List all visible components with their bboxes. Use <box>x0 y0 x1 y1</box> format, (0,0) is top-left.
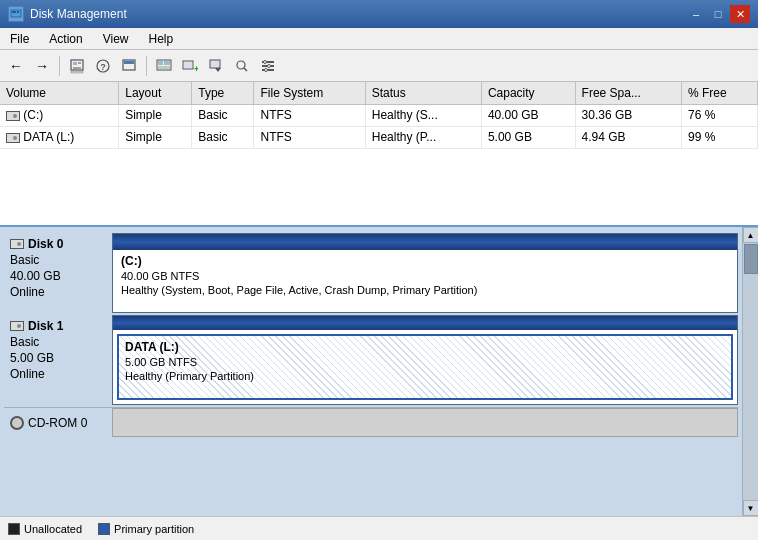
disk0-body: (C:) 40.00 GB NTFS Healthy (System, Boot… <box>113 250 737 312</box>
properties-button[interactable] <box>65 54 89 78</box>
legend-primary: Primary partition <box>98 523 194 535</box>
minimize-view-button[interactable] <box>117 54 141 78</box>
svg-rect-4 <box>73 62 77 65</box>
col-capacity: Capacity <box>481 82 575 104</box>
scroll-track[interactable] <box>743 243 758 500</box>
cdrom0-row: CD-ROM 0 <box>4 407 738 437</box>
capacity-c: 40.00 GB <box>481 104 575 126</box>
col-status: Status <box>365 82 481 104</box>
new-volume-button[interactable]: + <box>178 54 202 78</box>
svg-rect-15 <box>158 66 170 69</box>
capacity-l: 5.00 GB <box>481 126 575 148</box>
disk0-size: 40.00 GB <box>10 269 106 283</box>
refresh-button[interactable] <box>152 54 176 78</box>
toolbar: ← → ? + <box>0 50 758 82</box>
layout-l: Simple <box>119 126 192 148</box>
disk1-name: Disk 1 <box>10 319 106 333</box>
disk1-content[interactable]: DATA (L:) 5.00 GB NTFS Healthy (Primary … <box>112 315 738 405</box>
forward-button[interactable]: → <box>30 54 54 78</box>
title-bar-left: Disk Management <box>8 6 127 22</box>
status-bar: Unallocated Primary partition <box>0 516 758 540</box>
unallocated-label: Unallocated <box>24 523 82 535</box>
unallocated-box <box>8 523 20 535</box>
hdd-icon <box>6 111 20 121</box>
svg-point-26 <box>264 60 267 63</box>
disk1-partition-size: 5.00 GB NTFS <box>125 356 725 368</box>
scroll-down-arrow[interactable]: ▼ <box>743 500 759 516</box>
close-button[interactable]: ✕ <box>730 5 750 23</box>
scroll-thumb[interactable] <box>744 244 758 274</box>
table-row[interactable]: DATA (L:) Simple Basic NTFS Healthy (P..… <box>0 126 758 148</box>
help-button[interactable]: ? <box>91 54 115 78</box>
cdrom-icon <box>10 416 24 430</box>
svg-rect-2 <box>17 11 19 13</box>
disk0-partition-status: Healthy (System, Boot, Page File, Active… <box>121 284 729 296</box>
disk-view-area[interactable]: Disk 0 Basic 40.00 GB Online (C:) 40.00 … <box>0 227 758 516</box>
free-c: 30.36 GB <box>575 104 681 126</box>
svg-rect-14 <box>164 61 170 65</box>
maximize-button[interactable]: □ <box>708 5 728 23</box>
col-volume: Volume <box>0 82 119 104</box>
primary-box <box>98 523 110 535</box>
svg-rect-17 <box>184 62 192 68</box>
svg-rect-13 <box>158 61 163 65</box>
col-layout: Layout <box>119 82 192 104</box>
volume-name-l: DATA (L:) <box>0 126 119 148</box>
disk0-status: Online <box>10 285 106 299</box>
svg-rect-1 <box>12 11 16 13</box>
menu-view[interactable]: View <box>93 28 139 49</box>
svg-point-21 <box>237 61 245 69</box>
svg-rect-11 <box>124 61 134 64</box>
disk0-type: Basic <box>10 253 106 267</box>
fs-l: NTFS <box>254 126 365 148</box>
disk1-partition-status: Healthy (Primary Partition) <box>125 370 725 382</box>
svg-marker-20 <box>215 68 221 72</box>
disk1-icon <box>10 321 24 331</box>
toolbar-separator-1 <box>59 56 60 76</box>
table-row[interactable]: (C:) Simple Basic NTFS Healthy (S... 40.… <box>0 104 758 126</box>
percent-c: 76 % <box>681 104 757 126</box>
window-controls: – □ ✕ <box>686 5 750 23</box>
disk1-partition-content: DATA (L:) 5.00 GB NTFS Healthy (Primary … <box>119 336 731 386</box>
primary-label: Primary partition <box>114 523 194 535</box>
svg-point-28 <box>265 68 268 71</box>
window-title: Disk Management <box>30 7 127 21</box>
layout-c: Simple <box>119 104 192 126</box>
type-c: Basic <box>192 104 254 126</box>
status-c: Healthy (S... <box>365 104 481 126</box>
disk0-icon <box>10 239 24 249</box>
cdrom0-content <box>112 408 738 437</box>
col-type: Type <box>192 82 254 104</box>
cdrom0-label: CD-ROM 0 <box>4 412 112 434</box>
import-button[interactable] <box>204 54 228 78</box>
svg-rect-7 <box>71 71 83 73</box>
title-bar: Disk Management – □ ✕ <box>0 0 758 28</box>
menu-action[interactable]: Action <box>39 28 92 49</box>
disk1-type: Basic <box>10 335 106 349</box>
disk0-label: Disk 0 Basic 40.00 GB Online <box>4 233 112 313</box>
minimize-button[interactable]: – <box>686 5 706 23</box>
menu-bar: File Action View Help <box>0 28 758 50</box>
disk0-row: Disk 0 Basic 40.00 GB Online (C:) 40.00 … <box>4 233 738 313</box>
back-button[interactable]: ← <box>4 54 28 78</box>
hdd-icon <box>6 133 20 143</box>
search-button[interactable] <box>230 54 254 78</box>
svg-line-22 <box>244 68 247 71</box>
disk1-row: Disk 1 Basic 5.00 GB Online DATA (L:) 5.… <box>4 315 738 405</box>
disk1-header-bar <box>113 316 737 330</box>
scroll-up-arrow[interactable]: ▲ <box>743 227 759 243</box>
type-l: Basic <box>192 126 254 148</box>
svg-point-27 <box>268 64 271 67</box>
disk0-content[interactable]: (C:) 40.00 GB NTFS Healthy (System, Boot… <box>112 233 738 313</box>
settings-button[interactable] <box>256 54 280 78</box>
disk1-label: Disk 1 Basic 5.00 GB Online <box>4 315 112 405</box>
disk0-header-bar <box>113 234 737 250</box>
disk-scrollbar[interactable]: ▲ ▼ <box>742 227 758 516</box>
svg-text:+: + <box>194 64 198 74</box>
menu-help[interactable]: Help <box>139 28 184 49</box>
menu-file[interactable]: File <box>0 28 39 49</box>
disk0-name: Disk 0 <box>10 237 106 251</box>
disk0-partition-size: 40.00 GB NTFS <box>121 270 729 282</box>
disk1-partition[interactable]: DATA (L:) 5.00 GB NTFS Healthy (Primary … <box>117 334 733 400</box>
disk1-partition-title: DATA (L:) <box>125 340 725 354</box>
